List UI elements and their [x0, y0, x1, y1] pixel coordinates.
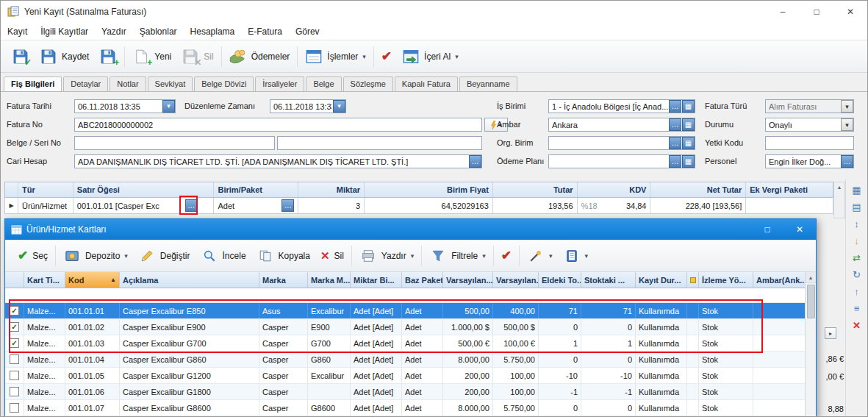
header-satir-ogesi[interactable]: Satır Öğesi [73, 182, 215, 197]
yetki-kodu-input[interactable] [765, 136, 854, 150]
org-birim-input[interactable]: … ▦ [548, 136, 695, 150]
save-button[interactable]: Kaydet [35, 44, 94, 69]
menu-hesaplama[interactable]: Hesaplama [184, 23, 242, 40]
refresh-icon[interactable]: ↻ [850, 268, 864, 280]
filter-button[interactable]: Filtrele ▾ [424, 243, 491, 268]
cari-hesap-input[interactable]: ADA DANIŞMANLIK DIŞ TİCARET LTD. ŞTİ. [A… [74, 154, 482, 168]
personel-input[interactable]: Engin İlker Doğ... … [765, 154, 854, 168]
maximize-button[interactable]: □ [800, 1, 833, 23]
satir-ogesi-lookup-button[interactable]: … [185, 199, 198, 212]
wizard-button[interactable]: ▾ [522, 243, 558, 268]
header-kart-tipi[interactable]: Kart Ti... [24, 272, 65, 288]
header-flag-column[interactable] [687, 272, 699, 288]
odeme-plani-input[interactable]: … ▦ [548, 154, 695, 168]
header-baz-paket[interactable]: Baz Paket [402, 272, 443, 288]
save-new-button[interactable]: + [94, 44, 122, 69]
expand-totals-button[interactable]: ▸ [825, 327, 836, 339]
menu-e-fatura[interactable]: E-Fatura [241, 23, 289, 40]
odeme-plani-lookup-button[interactable]: … [669, 155, 681, 168]
dialog-delete-button[interactable]: ✕ Sil [315, 243, 349, 268]
fatura-no-input[interactable]: ABC2018000000002 [74, 118, 482, 132]
menu-yazdir[interactable]: Yazdır [95, 23, 133, 40]
ambar-input[interactable]: Ankara … ▦ [548, 118, 695, 132]
birim-paket-lookup-button[interactable]: … [281, 199, 294, 212]
grid-view-icon[interactable]: ▦ [850, 184, 864, 196]
menu-ilgili-kayitlar[interactable]: İlgili Kayıtlar [34, 23, 95, 40]
product-row-3[interactable]: ✓ Malze... 001.01.03 Casper Excalibur G7… [5, 335, 805, 352]
seri-no-input[interactable] [277, 136, 482, 150]
product-row-2[interactable]: ✓ Malze... 001.01.02 Casper Excalibur E9… [5, 319, 805, 335]
save-close-button[interactable]: ✓ [7, 44, 35, 69]
header-tur[interactable]: Tür [18, 182, 73, 197]
menu-gorev[interactable]: Görev [289, 23, 326, 40]
row-checkbox[interactable]: ✓ [10, 322, 19, 332]
download-icon[interactable]: ↓ [850, 235, 864, 246]
close-button[interactable]: ✕ [833, 1, 867, 23]
print-button[interactable]: Yazdır ▾ [354, 243, 419, 268]
ambar-lookup-button[interactable]: … [669, 118, 681, 131]
tab-sevkiyat[interactable]: Sevkiyat [148, 76, 193, 91]
odeme-plani-list-button[interactable]: ▦ [682, 155, 695, 168]
tab-sozlesme[interactable]: Sözleşme [343, 76, 393, 91]
dialog-grid-scrollbar[interactable]: ▲ [805, 272, 816, 417]
ledger-button[interactable]: ▾ [558, 243, 594, 268]
import-button[interactable]: İçeri Al ▾ [397, 44, 464, 69]
duzenleme-zamani-input[interactable]: 06.11.2018 13:33 ▾ [270, 99, 346, 113]
new-button[interactable]: + Yeni [127, 44, 176, 69]
row-checkbox[interactable] [10, 387, 19, 396]
minimize-button[interactable]: – [766, 1, 800, 23]
header-marka-model[interactable]: Marka M... [308, 272, 351, 288]
header-kayit-durumu[interactable]: Kayıt Dur... [636, 272, 687, 288]
sort-icon[interactable]: ↕ [850, 218, 864, 229]
menu-kayit[interactable]: Kayıt [1, 23, 34, 40]
dialog-maximize-button[interactable]: □ [751, 219, 783, 240]
scrollbar-thumb[interactable] [807, 285, 815, 318]
product-row-1[interactable]: ✓ Malze... 001.01.01 Casper Excalibur E8… [5, 303, 805, 319]
tab-belge-dovizi[interactable]: Belge Dövizi [194, 76, 254, 91]
payments-button[interactable]: Ödemeler [224, 44, 295, 69]
header-birim-paket[interactable]: Birim/Paket [214, 182, 298, 197]
dialog-approve-button[interactable]: ✔ [496, 243, 517, 268]
delete-line-icon[interactable]: ✕ [850, 319, 864, 331]
tab-beyanname[interactable]: Beyanname [459, 76, 517, 91]
header-aciklama[interactable]: Açıklama [120, 272, 259, 288]
header-birim-fiyat[interactable]: Birim Fiyat [365, 182, 493, 197]
org-birim-lookup-button[interactable]: … [669, 137, 681, 149]
row-checkbox[interactable]: ✓ [10, 338, 19, 348]
copy-button[interactable]: Kopyala [251, 243, 315, 268]
header-marka[interactable]: Marka [259, 272, 308, 288]
menu-sablonlar[interactable]: Şablonlar [133, 23, 184, 40]
header-varsayilan-1[interactable]: Varsayılan... [443, 272, 493, 288]
fatura-tarihi-dropdown-button[interactable]: ▾ [162, 100, 175, 113]
header-eldeki[interactable]: Eldeki To... [539, 272, 581, 288]
org-birim-list-button[interactable]: ▦ [682, 137, 695, 149]
layout-icon[interactable]: ▤ [850, 201, 864, 213]
tab-belge[interactable]: Belge [306, 76, 341, 91]
tab-notlar[interactable]: Notlar [110, 76, 146, 91]
header-ambar[interactable]: Ambar(Ank... [753, 272, 805, 288]
durumu-dropdown-button[interactable]: ▾ [841, 118, 853, 131]
upload-icon[interactable]: ↑ [850, 285, 864, 297]
header-miktar-birimi[interactable]: Miktar Bi... [351, 272, 402, 288]
tab-fis-bilgileri[interactable]: Fiş Bilgileri [4, 76, 62, 91]
header-ek-vergi[interactable]: Ek Vergi Paketi [746, 182, 833, 197]
product-row-6[interactable]: Malze... 001.01.06 Casper Excalibur G180… [5, 384, 805, 400]
tab-kapali-fatura[interactable]: Kapalı Fatura [395, 76, 458, 91]
main-grid-scrollbar[interactable]: ▲ [833, 182, 845, 218]
inspect-button[interactable]: İncele [196, 243, 251, 268]
approve-button[interactable]: ✔ [376, 44, 397, 69]
product-row-5[interactable]: Malze... 001.01.05 Casper Excalibur G120… [5, 368, 805, 384]
is-birimi-lookup-button[interactable]: … [669, 100, 681, 113]
operations-button[interactable]: İşlemler ▾ [300, 44, 371, 69]
row-checkbox[interactable] [10, 371, 19, 380]
header-stoktaki[interactable]: Stoktaki ... [581, 272, 636, 288]
tab-detaylar[interactable]: Detaylar [63, 76, 108, 91]
duzenleme-zamani-dropdown-button[interactable]: ▾ [333, 100, 345, 113]
row-checkbox[interactable] [10, 403, 19, 413]
durumu-select[interactable]: Onaylı ▾ [765, 118, 854, 132]
header-miktar[interactable]: Miktar [298, 182, 365, 197]
product-row-4[interactable]: Malze... 001.01.04 Casper Excalibur G860… [5, 352, 805, 368]
fatura-tarihi-input[interactable]: 06.11.2018 13:35 ▾ [74, 99, 176, 113]
header-kdv[interactable]: KDV [578, 182, 651, 197]
header-varsayilan-2[interactable]: Varsayılan... [493, 272, 539, 288]
